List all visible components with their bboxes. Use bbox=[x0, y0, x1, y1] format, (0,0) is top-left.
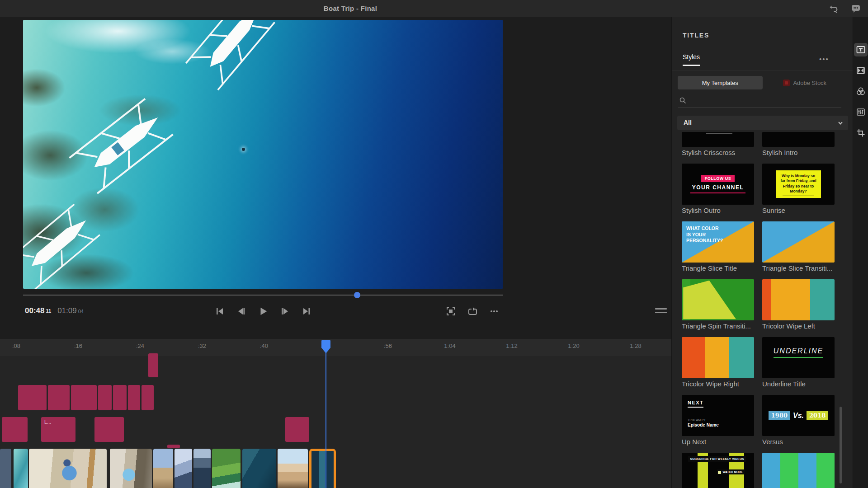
video-clip[interactable] bbox=[110, 449, 152, 488]
tab-styles[interactable]: Styles bbox=[683, 53, 700, 66]
template-thumbnail: UNDERLINE bbox=[762, 337, 835, 378]
template-card[interactable]: Triangle Slice Transiti... bbox=[762, 221, 835, 272]
watch-more-text: WATCH MORE bbox=[717, 469, 745, 474]
your-channel-text: YOUR CHANNEL bbox=[690, 184, 746, 193]
video-clip[interactable] bbox=[14, 449, 28, 488]
template-card[interactable]: NEXT 11:00 AM PT Episode Name Up Next bbox=[682, 395, 754, 446]
template-name: Sunrise bbox=[762, 206, 835, 215]
template-card[interactable]: SUBSCRIBE FOR WEEKLY VIDEOS WATCH MORE bbox=[682, 453, 754, 488]
color-tool-icon[interactable] bbox=[854, 84, 868, 98]
search-input[interactable] bbox=[678, 95, 841, 108]
video-clip-thumbnail bbox=[14, 449, 28, 488]
template-thumbnail: NEXT 11:00 AM PT Episode Name bbox=[682, 395, 754, 436]
sticky-note-text: Why is Monday so far from Friday, and Fr… bbox=[776, 170, 821, 198]
template-card[interactable]: WHAT COLOR IS YOUR PERSONALITY? Triangle… bbox=[682, 221, 754, 272]
tab-adobe-stock[interactable]: Adobe Stock bbox=[763, 76, 848, 89]
template-card[interactable]: FOLLOW US YOUR CHANNEL Stylish Outro bbox=[682, 164, 754, 215]
project-title: Boat Trip - Final bbox=[0, 0, 701, 17]
title-clip[interactable] bbox=[128, 385, 140, 410]
timeline-tracks: L... bbox=[0, 17, 671, 488]
template-card[interactable]: Tricolor Wipe Left bbox=[762, 279, 835, 330]
template-name: Stylish Crisscross bbox=[682, 149, 754, 157]
tab-adobe-stock-label: Adobe Stock bbox=[793, 80, 826, 86]
tab-my-templates[interactable]: My Templates bbox=[678, 76, 763, 89]
template-thumbnail bbox=[682, 337, 754, 378]
title-clip[interactable] bbox=[113, 385, 127, 410]
vs-text: Vs. bbox=[793, 412, 804, 420]
title-clip[interactable] bbox=[98, 385, 112, 410]
template-name: Versus bbox=[762, 438, 835, 446]
title-clip[interactable] bbox=[167, 445, 180, 448]
titles-panel: TITLES Styles ••• My Templates Adobe Sto… bbox=[671, 17, 853, 488]
template-card[interactable]: Stylish Crisscross bbox=[682, 132, 754, 157]
audio-tool-icon[interactable] bbox=[854, 105, 868, 119]
feedback-bubble-icon[interactable] bbox=[850, 3, 862, 14]
template-thumbnail bbox=[682, 279, 754, 320]
video-clip-thumbnail bbox=[153, 449, 173, 488]
template-card[interactable] bbox=[762, 453, 835, 488]
panel-more-options-icon[interactable]: ••• bbox=[819, 55, 829, 63]
title-bar: Boat Trip - Final bbox=[0, 0, 868, 17]
year-right: 2018 bbox=[807, 411, 828, 420]
video-clip[interactable] bbox=[212, 449, 241, 488]
crop-transform-tool-icon[interactable] bbox=[854, 126, 868, 140]
video-clip[interactable] bbox=[0, 449, 11, 488]
video-clip[interactable] bbox=[175, 449, 192, 488]
template-thumbnail: 1980 Vs. 2018 bbox=[762, 395, 835, 436]
video-clip-thumbnail bbox=[193, 449, 211, 488]
template-thumbnail: Why is Monday so far from Friday, and Fr… bbox=[762, 164, 835, 205]
title-clip[interactable] bbox=[148, 353, 158, 377]
playhead-line bbox=[326, 352, 326, 488]
template-card[interactable]: Tricolor Wipe Right bbox=[682, 337, 754, 388]
template-thumbnail bbox=[682, 132, 754, 147]
template-name: Triangle Slice Title bbox=[682, 264, 754, 272]
chevron-down-icon bbox=[837, 120, 844, 126]
panel-scrollbar[interactable] bbox=[840, 407, 842, 483]
title-clip[interactable] bbox=[142, 385, 154, 410]
template-card[interactable]: Why is Monday so far from Friday, and Fr… bbox=[762, 164, 835, 215]
video-clip-thumbnail bbox=[278, 449, 308, 488]
title-clip[interactable] bbox=[2, 417, 28, 442]
title-clip[interactable] bbox=[18, 385, 47, 410]
title-clip[interactable]: L... bbox=[41, 417, 75, 442]
template-thumbnail: FOLLOW US YOUR CHANNEL bbox=[682, 164, 754, 205]
video-clip-thumbnail bbox=[175, 449, 192, 488]
video-clip[interactable] bbox=[193, 449, 211, 488]
category-dropdown[interactable]: All bbox=[677, 116, 848, 130]
timeline: :08:16:24:32:40:48:561:041:121:201:28 L.… bbox=[0, 339, 671, 488]
template-name: Tricolor Wipe Left bbox=[762, 322, 835, 330]
title-clip[interactable] bbox=[285, 417, 309, 442]
underline-text: UNDERLINE bbox=[774, 347, 823, 358]
video-clip[interactable] bbox=[29, 449, 107, 488]
template-card[interactable]: 1980 Vs. 2018 Versus bbox=[762, 395, 835, 446]
source-tabs: My Templates Adobe Stock bbox=[678, 76, 847, 89]
undo-icon[interactable] bbox=[828, 3, 840, 14]
divider bbox=[672, 70, 853, 70]
titles-tool-icon[interactable] bbox=[854, 43, 868, 56]
template-thumbnail: WHAT COLOR IS YOUR PERSONALITY? bbox=[682, 221, 754, 263]
template-name: Tricolor Wipe Right bbox=[682, 380, 754, 388]
title-clip[interactable] bbox=[48, 385, 70, 410]
video-clip-thumbnail bbox=[29, 449, 107, 488]
title-clip[interactable] bbox=[71, 385, 97, 410]
template-name: Triangle Spin Transiti... bbox=[682, 322, 754, 330]
video-clip-thumbnail bbox=[242, 449, 276, 488]
video-clip-selected[interactable] bbox=[309, 449, 336, 488]
template-card[interactable]: UNDERLINE Underline Title bbox=[762, 337, 835, 388]
template-name: Stylish Outro bbox=[682, 206, 754, 215]
template-card[interactable]: Triangle Spin Transiti... bbox=[682, 279, 754, 330]
title-clip[interactable] bbox=[94, 417, 124, 442]
thumbnail-text: WHAT COLOR IS YOUR PERSONALITY? bbox=[686, 225, 722, 244]
year-left: 1980 bbox=[769, 411, 790, 420]
video-clip[interactable] bbox=[153, 449, 173, 488]
edit-toolbar bbox=[853, 17, 868, 488]
video-clip[interactable] bbox=[278, 449, 308, 488]
video-clip-thumbnail bbox=[0, 449, 11, 488]
search-icon bbox=[679, 97, 686, 104]
video-clip[interactable] bbox=[242, 449, 276, 488]
template-grid: Stylish Crisscross Stylish Intro FOLLOW … bbox=[682, 132, 838, 488]
template-card[interactable]: Stylish Intro bbox=[762, 132, 835, 157]
transitions-tool-icon[interactable] bbox=[854, 64, 868, 77]
template-thumbnail bbox=[762, 453, 835, 488]
video-clip-thumbnail bbox=[212, 449, 241, 488]
